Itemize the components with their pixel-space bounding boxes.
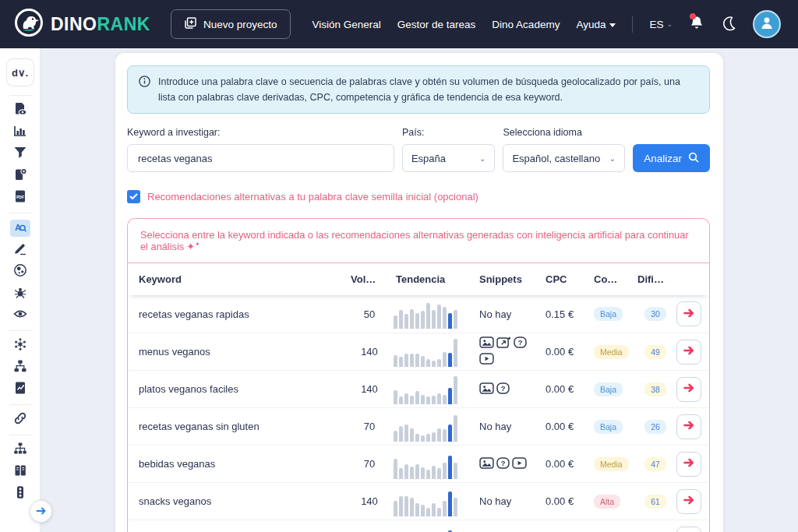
difficulty-cell: 30 [637,307,673,321]
nav-link-ayuda[interactable]: Ayuda [576,19,616,30]
sidebar-item-web-audit[interactable] [10,263,30,280]
sidebar-item-rankings[interactable] [10,124,30,141]
table-row: recetas veganas sin gluten 70 No hay 0.0… [128,407,709,445]
keyword-cell: recetas veganas rapidas [139,308,351,320]
cpc-cell: 0.00 € [546,346,594,358]
language-selector[interactable]: ES⌄ [649,19,673,30]
analyze-keyword-button[interactable] [676,527,701,532]
svg-text:?: ? [501,385,506,393]
header-cpc: CPC [546,273,594,285]
header-keyword: Keyword [139,273,351,285]
table-body: recetas veganas rapidas 50 No hay 0.15 €… [128,295,709,532]
analyze-keyword-button[interactable] [676,489,701,514]
notifications-button[interactable] [689,15,704,33]
header-difficulty: Difi… [637,273,673,285]
competition-cell: Media [594,345,637,359]
country-select[interactable]: España⌄ [402,144,496,172]
snippets-cell: ? [474,382,541,396]
checkbox-checked[interactable] [127,190,140,203]
dinorank-logo-icon [14,8,44,41]
table-row: snacks veganos 140 No hay 0.00 € Alta 61 [128,482,709,520]
sidebar-item-traffic-status[interactable] [10,485,30,502]
sidebar-item-pdf-report[interactable]: PDF [10,189,30,206]
snippets-cell: No hay [474,495,541,507]
sidebar-divider [9,435,31,435]
notification-badge [690,13,696,19]
image-snippet-icon [479,457,494,471]
search-icon [688,152,699,165]
sidebar-item-crawler[interactable] [10,285,30,302]
brand-text: DINORANK [51,14,150,35]
checkbox-label: Recomendaciones alternativas a tu palabr… [147,191,478,203]
analyze-keyword-button[interactable] [676,452,701,477]
main-content-card: Introduce una palabra clave o secuencia … [115,53,723,532]
sidebar-item-sitemap-tree[interactable] [10,442,30,459]
pencil-icon [13,241,27,259]
table-row: menus veganos 140 ? 0.00 € Media 49 [128,333,709,370]
language-select[interactable]: Español, castellano⌄ [503,144,625,172]
sidebar-item-cannibalization[interactable] [10,337,30,354]
add-window-icon [185,17,196,31]
arrow-right-icon [683,382,695,396]
analyze-button[interactable]: Analizar [633,144,710,172]
eye-icon [13,307,27,324]
snippets-cell: No hay [474,308,541,320]
difficulty-badge: 47 [644,457,666,471]
table-row: platos principales veganos 30 ? 0.00 € M… [128,520,709,532]
cluster-icon [13,337,27,354]
keyword-input[interactable] [127,144,394,172]
analyze-keyword-button[interactable] [676,340,701,365]
keyword-form: Keyword a investigar: País: España⌄ Sele… [127,127,710,172]
table-header: Keyword Vol… Tendencia Snippets CPC Co… … [128,263,709,295]
dinorank-logo[interactable]: DINORANK [14,8,150,41]
info-banner-text: Introduce una palabra clave o secuencia … [158,74,698,105]
header-snippets: Snippets [474,273,546,285]
header-volume: Vol… [351,273,388,285]
alternatives-checkbox-row[interactable]: Recomendaciones alternativas a tu palabr… [127,190,710,203]
nav-link-dino-academy[interactable]: Dino Academy [492,19,560,30]
arrow-right-icon [683,345,695,358]
trend-chart [388,487,474,516]
keyword-cell: platos veganos faciles [139,383,351,395]
snippets-cell: No hay [474,421,541,432]
video-snippet-icon [512,457,527,471]
sidebar-divider [9,330,31,331]
sidebar-expand-button[interactable] [30,500,52,523]
language-label: Selecciona idioma [503,127,625,138]
competition-cell: Baja [594,420,637,434]
trend-chart [388,337,474,367]
project-favicon[interactable]: d∨. [6,58,34,86]
analyze-keyword-button[interactable] [676,414,701,439]
nav-link-vision-general[interactable]: Visión General [312,19,380,30]
spider-icon [13,285,27,302]
chevron-down-icon: ⌄ [479,154,486,163]
competition-badge: Baja [594,307,623,321]
sidebar-item-page-location[interactable] [10,167,30,185]
volume-cell: 140 [351,383,388,395]
analyze-keyword-button[interactable] [676,301,701,326]
dark-mode-toggle[interactable] [721,16,736,33]
nav-link-gestor-tareas[interactable]: Gestor de tareas [397,19,476,30]
sidebar-item-directory[interactable] [10,463,30,481]
sidebar-item-content-report[interactable] [10,381,30,398]
question-snippet-icon: ? [496,457,510,471]
info-banner: Introduce una palabra clave o secuencia … [127,65,710,114]
competition-cell: Baja [594,382,637,396]
sidebar-item-content-preview[interactable] [10,102,30,119]
country-label: País: [402,127,496,138]
chevron-down-icon: ⌄ [666,20,673,28]
sidebar-item-visibility[interactable] [10,307,30,324]
competition-badge: Media [594,457,629,471]
sidebar-item-keyword-research[interactable]: A [10,220,30,237]
difficulty-badge: 49 [644,345,666,359]
competition-cell: Alta [594,495,637,509]
sidebar-item-editor[interactable] [10,241,30,259]
arrow-right-icon [683,308,695,321]
new-project-button[interactable]: Nuevo proyecto [171,9,291,39]
sidebar-item-links[interactable] [10,411,30,428]
user-avatar[interactable] [753,10,781,38]
sidebar-item-filter[interactable] [10,146,30,163]
user-icon [759,15,775,33]
analyze-keyword-button[interactable] [676,377,701,402]
sidebar-item-site-structure[interactable] [10,359,30,376]
